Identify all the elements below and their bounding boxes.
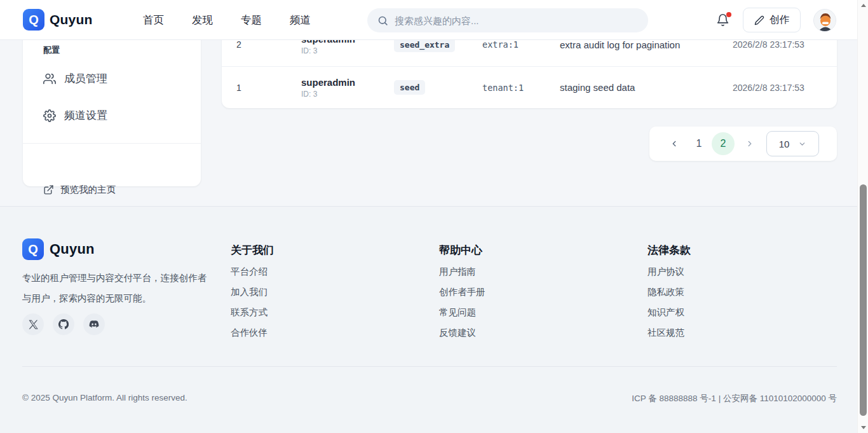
prev-page-button[interactable] — [667, 139, 681, 148]
quyun-logo-icon: Q — [23, 9, 44, 31]
github-social-button[interactable] — [53, 313, 74, 335]
footer-column-title: 关于我们 — [231, 243, 274, 258]
page-2-button-active[interactable]: 2 — [712, 132, 735, 155]
description-cell: extra audit log for pagination — [560, 39, 733, 50]
pencil-icon — [754, 15, 764, 25]
notification-badge-dot — [726, 12, 731, 17]
navbar-actions: 创作 — [716, 0, 836, 40]
footer-link[interactable]: 创作者手册 — [439, 285, 485, 298]
sidebar-item-label: 频道设置 — [64, 108, 107, 123]
footer-column-title: 帮助中心 — [439, 243, 485, 258]
brand-name: Quyun — [50, 12, 93, 27]
users-icon — [43, 72, 56, 85]
x-social-button[interactable] — [22, 313, 44, 335]
time-cell: 2026/2/8 23:17:53 — [733, 83, 837, 93]
footer-link[interactable]: 合作伙伴 — [231, 326, 274, 339]
sidebar-item-members[interactable]: 成员管理 — [43, 71, 107, 86]
footer-link[interactable]: 平台介绍 — [231, 265, 274, 278]
tenant-cell: extra:1 — [482, 39, 560, 50]
quyun-logo-icon: Q — [22, 238, 44, 260]
create-button[interactable]: 创作 — [743, 8, 801, 32]
x-icon — [29, 320, 38, 329]
page-size-select[interactable]: 10 — [766, 131, 819, 156]
avatar[interactable] — [813, 9, 836, 32]
footer-link[interactable]: 加入我们 — [231, 285, 274, 298]
search-input[interactable] — [395, 15, 638, 26]
footer-link[interactable]: 常见问题 — [439, 306, 485, 319]
discord-social-button[interactable] — [83, 313, 105, 335]
search-bar[interactable] — [367, 8, 648, 32]
footer-social-links — [22, 313, 105, 335]
vertical-scrollbar[interactable] — [857, 0, 868, 433]
footer-divider — [22, 366, 837, 367]
scrollbar-down-icon[interactable] — [858, 422, 868, 433]
footer-link[interactable]: 用户指南 — [439, 265, 485, 278]
nav-link-channels[interactable]: 频道 — [290, 13, 311, 27]
notifications-button[interactable] — [716, 13, 730, 27]
preview-label: 预览我的主页 — [60, 184, 116, 196]
time-cell: 2026/2/8 23:17:53 — [733, 39, 837, 50]
next-page-button[interactable] — [743, 139, 757, 148]
footer-brand: Q Quyun — [22, 238, 95, 260]
user-id: ID: 3 — [301, 90, 394, 99]
chevron-right-icon — [745, 139, 754, 148]
user-id: ID: 3 — [301, 46, 394, 55]
footer-link[interactable]: 社区规范 — [648, 326, 691, 339]
scrollbar-up-icon[interactable] — [858, 0, 868, 11]
preview-homepage-link[interactable]: 预览我的主页 — [43, 184, 116, 196]
external-link-icon — [43, 184, 54, 195]
scrollbar-thumb[interactable] — [860, 184, 867, 416]
nav-links: 首页 发现 专题 频道 — [143, 0, 311, 40]
nav-link-home[interactable]: 首页 — [143, 13, 164, 27]
top-navbar: Q Quyun 首页 发现 专题 频道 创作 — [0, 0, 857, 40]
avatar-image — [814, 10, 836, 32]
footer-column-help: 帮助中心 用户指南 创作者手册 常见问题 反馈建议 — [439, 243, 485, 339]
github-icon — [58, 319, 69, 329]
tenant-cell: tenant:1 — [482, 83, 560, 93]
user-name: superadmin — [301, 77, 394, 88]
footer: Q Quyun 专业的租户管理与内容交付平台，连接创作者与用户，探索内容的无限可… — [0, 206, 857, 433]
footer-bottom-bar: © 2025 Quyun Platform. All rights reserv… — [22, 393, 837, 404]
sidebar-item-label: 成员管理 — [64, 71, 107, 86]
sidebar-item-channel-settings[interactable]: 频道设置 — [43, 108, 107, 123]
pagination: 1 2 10 — [649, 127, 837, 161]
tag-cell: seed — [394, 80, 482, 95]
footer-link[interactable]: 隐私政策 — [648, 285, 691, 298]
page-1-button[interactable]: 1 — [691, 138, 707, 149]
chevron-left-icon — [670, 139, 679, 148]
footer-column-title: 法律条款 — [648, 243, 691, 258]
footer-column-about: 关于我们 平台介绍 加入我们 联系方式 合作伙伴 — [231, 243, 274, 339]
brand[interactable]: Q Quyun — [23, 9, 93, 31]
discord-icon — [89, 319, 99, 329]
footer-link[interactable]: 知识产权 — [648, 306, 691, 319]
table-row[interactable]: 1 superadmin ID: 3 seed tenant:1 staging… — [222, 67, 837, 108]
channel-settings-sidebar: 配置 成员管理 频道设置 预览我的主页 — [23, 25, 201, 186]
sidebar-section-label: 配置 — [43, 45, 60, 56]
footer-link[interactable]: 反馈建议 — [439, 326, 485, 339]
gear-icon — [43, 109, 56, 122]
row-number: 2 — [236, 39, 301, 50]
search-icon — [377, 15, 388, 26]
nav-link-discover[interactable]: 发现 — [192, 13, 213, 27]
copyright-text: © 2025 Quyun Platform. All rights reserv… — [22, 393, 187, 404]
footer-link[interactable]: 用户协议 — [648, 265, 691, 278]
footer-brand-name: Quyun — [50, 241, 95, 258]
nav-link-topics[interactable]: 专题 — [241, 13, 262, 27]
footer-column-legal: 法律条款 用户协议 隐私政策 知识产权 社区规范 — [648, 243, 691, 339]
footer-description: 专业的租户管理与内容交付平台，连接创作者与用户，探索内容的无限可能。 — [22, 268, 214, 308]
sidebar-divider — [23, 143, 201, 144]
row-number: 1 — [236, 83, 301, 93]
tag-badge: seed — [394, 80, 425, 95]
user-cell: superadmin ID: 3 — [301, 77, 394, 99]
description-cell: staging seed data — [560, 82, 733, 93]
chevron-down-icon — [798, 140, 806, 148]
page-size-value: 10 — [779, 139, 790, 149]
footer-link[interactable]: 联系方式 — [231, 306, 274, 319]
icp-text: ICP 备 88888888 号-1 | 公安网备 11010102000000… — [632, 393, 837, 404]
create-button-label: 创作 — [770, 13, 789, 27]
